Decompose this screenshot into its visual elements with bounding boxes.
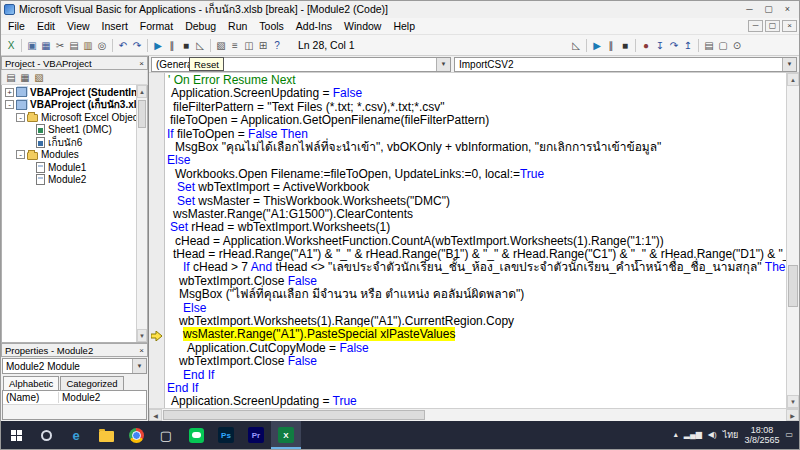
menu-tools[interactable]: Tools (253, 19, 290, 33)
locals-window-icon[interactable]: ▤ (702, 37, 716, 53)
step-over-icon[interactable]: ↷ (667, 37, 681, 53)
run-icon[interactable]: ▶ (151, 37, 165, 53)
undo-icon[interactable]: ↶ (116, 37, 130, 53)
start-button[interactable] (1, 421, 31, 449)
maximize-button[interactable]: ▢ (765, 20, 780, 32)
scroll-right-icon[interactable]: ▶ (786, 409, 799, 421)
project-tree-scrollbar[interactable]: ▲ ▼ (136, 85, 147, 342)
scroll-track[interactable] (162, 409, 786, 421)
code-line-8[interactable]: Workbooks.Open Filename:=fileToOpen, Upd… (165, 168, 786, 181)
scroll-down-icon[interactable]: ▼ (787, 395, 799, 408)
tree-item-module2[interactable]: Module2 (2, 174, 136, 187)
menu-window[interactable]: Window (338, 19, 387, 33)
break-icon[interactable]: ∥ (604, 37, 618, 53)
code-line-17[interactable]: MsgBox ("ไฟล์ที่คุณเลือก มีจำนวน หรือ ตำ… (165, 288, 786, 301)
collapse-icon[interactable]: - (16, 150, 25, 159)
design-mode-icon[interactable]: ◺ (193, 37, 207, 53)
run-icon[interactable]: ▶ (590, 37, 604, 53)
reset-icon[interactable]: ■ (179, 37, 193, 53)
search-button[interactable] (31, 421, 61, 449)
code-line-7[interactable]: Else (165, 154, 786, 167)
menu-help[interactable]: Help (387, 19, 421, 33)
code-line-21[interactable]: Application.CutCopyMode = False (165, 342, 786, 355)
chevron-down-icon[interactable]: ▼ (132, 359, 146, 373)
vertical-scrollbar[interactable]: ▲ ▼ (786, 73, 799, 408)
horizontal-scrollbar[interactable]: ◀ ▶ (149, 408, 799, 421)
volume-icon[interactable]: ◀) (708, 431, 717, 439)
taskbar-excel[interactable]: X (271, 421, 301, 449)
minimize-button[interactable]: ─ (741, 3, 758, 16)
code-line-20[interactable]: wsMaster.Range("A1").PasteSpecial xlPast… (165, 328, 786, 341)
code-line-25[interactable]: Application.ScreenUpdating = True (165, 395, 786, 408)
scroll-down-icon[interactable]: ▼ (137, 329, 147, 342)
menu-edit[interactable]: Edit (31, 19, 61, 33)
menu-run[interactable]: Run (222, 19, 253, 33)
code-line-1[interactable]: ' On Error Resume Next (165, 74, 786, 87)
watch-window-icon[interactable]: ⊙ (730, 37, 744, 53)
code-line-11[interactable]: wsMaster.Range("A1:G1500").ClearContents (165, 208, 786, 221)
view-code-icon[interactable]: ▤ (4, 69, 18, 85)
menu-file[interactable]: File (2, 19, 31, 33)
code-line-24[interactable]: End If (165, 382, 786, 395)
insert-userform-icon[interactable]: ▣ (25, 37, 39, 53)
menu-debug[interactable]: Debug (179, 19, 222, 33)
action-center-icon[interactable]: ▭ (785, 431, 793, 439)
collapse-icon[interactable]: - (5, 100, 14, 109)
minimize-button[interactable]: ─ (748, 20, 763, 32)
design-mode-icon[interactable]: ◺ (569, 37, 583, 53)
find-icon[interactable]: ◎ (95, 37, 109, 53)
taskbar-line[interactable] (181, 421, 211, 449)
reset-icon[interactable]: ■ (618, 37, 632, 53)
close-icon[interactable]: × (139, 59, 144, 68)
toggle-folders-icon[interactable]: ▧ (32, 69, 46, 85)
close-button[interactable]: × (779, 3, 796, 16)
chevron-down-icon[interactable]: ▼ (782, 58, 796, 71)
menu-add-ins[interactable]: Add-Ins (290, 19, 338, 33)
code-line-5[interactable]: If fileToOpen = False Then (165, 128, 786, 141)
project-explorer-icon[interactable]: ▧ (214, 37, 228, 53)
taskbar-photoshop[interactable]: Ps (211, 421, 241, 449)
scroll-up-icon[interactable]: ▲ (137, 85, 147, 98)
scroll-up-icon[interactable]: ▲ (787, 73, 799, 86)
expand-icon[interactable]: + (5, 88, 14, 97)
scroll-track[interactable] (787, 86, 799, 395)
code-line-23[interactable]: End If (165, 369, 786, 382)
scroll-thumb[interactable] (163, 410, 425, 420)
view-object-icon[interactable]: ▦ (18, 69, 32, 85)
code-line-15[interactable]: If cHead > 7 And tHead <> "เลขประจำตัวนั… (165, 261, 786, 274)
language-indicator[interactable]: ไทย (723, 428, 739, 442)
tree-item-project-kebnak3[interactable]: -VBAProject (เก็บนัก3.xlsb) (2, 99, 136, 112)
paste-icon[interactable]: ▥ (81, 37, 95, 53)
maximize-button[interactable]: ▢ (760, 3, 777, 16)
break-icon[interactable]: ∥ (165, 37, 179, 53)
scroll-track[interactable] (137, 98, 147, 329)
code-line-9[interactable]: Set wbTextImport = ActiveWorkbook (165, 181, 786, 194)
menu-insert[interactable]: Insert (96, 19, 134, 33)
code-line-22[interactable]: wbTextImport.Close False (165, 355, 786, 368)
cut-icon[interactable]: ✂ (53, 37, 67, 53)
code-line-4[interactable]: fileToOpen = Application.GetOpenFilename… (165, 114, 786, 127)
tree-item-module1[interactable]: Module1 (2, 161, 136, 174)
code-line-6[interactable]: MsgBox "คุณไม่ได้เลือกไฟล์ที่จะนำเข้า", … (165, 141, 786, 154)
toolbox-icon[interactable]: ⊞ (256, 37, 270, 53)
step-into-icon[interactable]: ↧ (653, 37, 667, 53)
code-line-12[interactable]: Set rHead = wbTextImport.Worksheets(1) (165, 221, 786, 234)
toggle-breakpoint-icon[interactable]: ● (639, 37, 653, 53)
close-icon[interactable]: × (139, 346, 144, 355)
hidden-icons-chevron-icon[interactable]: ▴ (674, 431, 678, 439)
close-button[interactable]: × (782, 20, 797, 32)
scroll-thumb[interactable] (788, 265, 798, 307)
save-icon[interactable]: ▦ (39, 37, 53, 53)
scroll-thumb[interactable] (138, 100, 146, 128)
tab-alphabetic[interactable]: Alphabetic (3, 376, 59, 390)
code-line-18[interactable]: Else (165, 302, 786, 315)
properties-object-dropdown[interactable]: Module2 Module ▼ (2, 358, 147, 374)
redo-icon[interactable]: ↷ (130, 37, 144, 53)
tab-categorized[interactable]: Categorized (60, 376, 123, 390)
code-line-19[interactable]: wbTextImport.Worksheets(1).Range("A1").C… (165, 315, 786, 328)
network-icon[interactable]: ▂▄▆ (684, 431, 702, 439)
properties-window-icon[interactable]: ≡ (228, 37, 242, 53)
margin-indicator-bar[interactable] (149, 73, 165, 408)
object-browser-icon[interactable]: ◫ (242, 37, 256, 53)
menu-format[interactable]: Format (134, 19, 179, 33)
